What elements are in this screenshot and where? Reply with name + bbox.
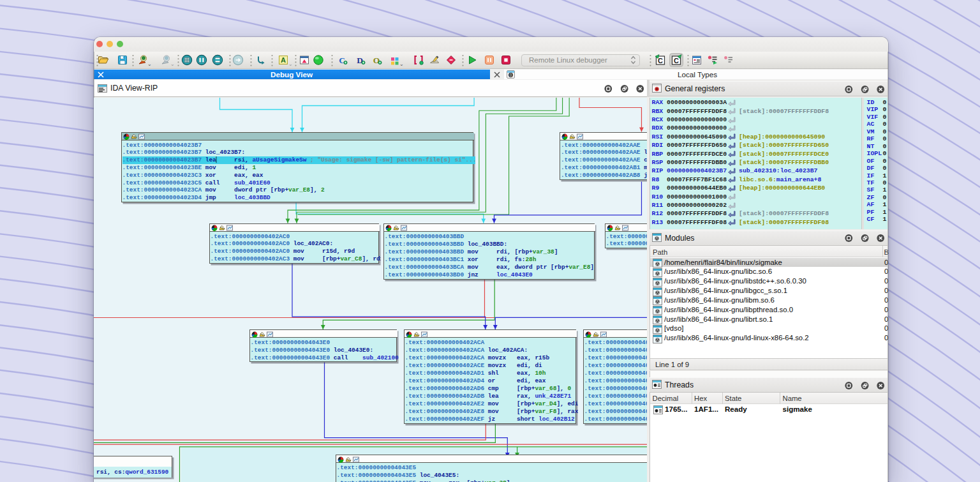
svg-text:C: C <box>674 57 679 64</box>
svg-text:C: C <box>658 57 663 64</box>
svg-text:A: A <box>281 56 286 64</box>
svg-text:0: 0 <box>510 73 512 77</box>
